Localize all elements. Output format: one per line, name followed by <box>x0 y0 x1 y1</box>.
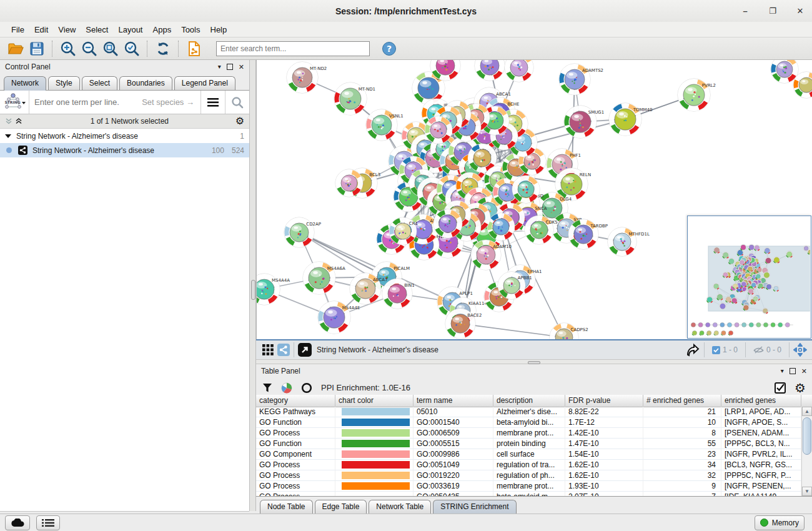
scroll-thumb[interactable] <box>803 417 811 455</box>
network-node[interactable]: MT-ND1 <box>334 82 375 115</box>
table-row[interactable]: KEGG Pathways05010Alzheimer's dise...8.8… <box>256 407 801 417</box>
tab-legend-panel[interactable]: Legend Panel <box>174 76 235 90</box>
network-options-gear-icon[interactable]: ⚙ <box>235 116 244 126</box>
table-panel-float-icon[interactable] <box>790 368 796 374</box>
navigator-minimap[interactable] <box>688 216 810 337</box>
network-node[interactable]: CDK5 <box>525 216 558 244</box>
tab-boundaries[interactable]: Boundaries <box>119 76 172 90</box>
table-row[interactable]: GO ProcessGO:0050435beta-amyloid m...2.0… <box>256 492 801 496</box>
table-panel-menu-icon[interactable]: ▾ <box>781 368 784 374</box>
navigator-compass-icon[interactable] <box>793 343 807 357</box>
tab-network-table[interactable]: Network Table <box>369 500 431 514</box>
zoom-selected-icon[interactable] <box>121 39 142 58</box>
tab-select[interactable]: Select <box>82 76 117 90</box>
tab-node-table[interactable]: Node Table <box>260 500 313 514</box>
menu-apps[interactable]: Apps <box>148 24 177 36</box>
network-node[interactable]: CADPS2 <box>550 323 588 339</box>
memory-button[interactable]: Memory <box>755 515 805 530</box>
save-icon[interactable] <box>26 39 47 58</box>
panel-float-icon[interactable] <box>227 64 233 70</box>
column-header-FDR-p-value[interactable]: FDR p-value <box>565 395 643 407</box>
zoom-in-icon[interactable] <box>57 39 79 58</box>
table-row[interactable]: GO FunctionGO:0001540beta-amyloid bi...1… <box>256 417 801 428</box>
table-row[interactable]: GO ProcessGO:0033619membrane prot...1.93… <box>256 481 801 492</box>
minimize-button[interactable]: – <box>740 6 751 17</box>
splitter-grip[interactable] <box>251 280 255 300</box>
panel-close-icon[interactable]: ✕ <box>239 64 244 71</box>
share-view-icon[interactable] <box>277 344 290 356</box>
menu-view[interactable]: View <box>53 24 81 36</box>
zoom-fit-icon[interactable] <box>100 39 121 58</box>
network-node[interactable] <box>512 176 540 203</box>
network-node[interactable]: MT-ND2 <box>287 62 327 93</box>
checkbox-checked-icon[interactable] <box>775 382 786 394</box>
zoom-out-icon[interactable] <box>79 39 100 58</box>
table-row[interactable]: GO ProcessGO:0019220regulation of ph...1… <box>256 470 801 481</box>
tab-style[interactable]: Style <box>48 76 80 90</box>
import-network-icon[interactable] <box>184 39 205 58</box>
menu-select[interactable]: Select <box>81 24 113 36</box>
column-header-chart-color[interactable]: chart color <box>335 395 413 407</box>
column-header-description[interactable]: description <box>493 395 565 407</box>
cloud-button[interactable] <box>5 515 30 530</box>
table-row[interactable]: GO FunctionGO:0005515protein binding1.47… <box>256 439 801 449</box>
network-collection-row[interactable]: String Network - Alzheimer's disease 1 <box>0 129 249 143</box>
pie-chart-icon[interactable] <box>281 382 292 394</box>
collapse-expand-icons[interactable] <box>5 117 24 125</box>
help-icon[interactable]: ? <box>379 39 400 58</box>
network-node[interactable] <box>505 60 533 82</box>
string-menu-icon[interactable] <box>201 91 225 114</box>
scroll-up-icon[interactable]: ▲ <box>802 407 812 416</box>
task-list-button[interactable] <box>36 515 60 530</box>
string-query-input[interactable] <box>29 97 201 107</box>
settings-gear-icon[interactable]: ⚙ <box>795 382 806 394</box>
table-scrollbar[interactable]: ▲ ▼ <box>801 407 812 496</box>
scroll-down-icon[interactable]: ▼ <box>802 487 812 496</box>
network-node[interactable]: VSNL1 <box>366 109 404 141</box>
network-node[interactable]: TARDBP <box>568 219 608 249</box>
panel-splitter[interactable] <box>250 60 256 511</box>
panel-menu-icon[interactable]: ▾ <box>218 64 221 70</box>
open-in-window-icon[interactable] <box>298 343 312 357</box>
tab-string-enrichment[interactable]: STRING Enrichment <box>433 500 516 514</box>
network-edge[interactable] <box>460 324 564 337</box>
network-node[interactable]: TOMM40 <box>609 103 653 136</box>
grid-icon[interactable] <box>262 344 274 355</box>
network-row-selected[interactable]: String Network - Alzheimer's disease 100… <box>0 143 249 157</box>
refresh-icon[interactable] <box>152 39 174 58</box>
menu-tools[interactable]: Tools <box>176 24 205 36</box>
menu-edit[interactable]: Edit <box>29 24 53 36</box>
network-node[interactable]: BIN1 <box>382 279 415 309</box>
maximize-button[interactable]: ❐ <box>767 6 778 17</box>
network-node[interactable] <box>425 116 452 144</box>
network-node[interactable]: PVRL2 <box>678 79 716 111</box>
network-node[interactable]: MTHFD1L <box>608 227 650 256</box>
menu-file[interactable]: File <box>6 24 29 36</box>
table-panel-close-icon[interactable]: ✕ <box>801 368 807 375</box>
network-node[interactable] <box>335 169 363 197</box>
menu-layout[interactable]: Layout <box>113 24 147 36</box>
column-header-category[interactable]: category <box>256 395 335 407</box>
network-node[interactable]: MS4A4E <box>318 301 360 334</box>
table-row[interactable]: GO ProcessGO:0051049regulation of tra...… <box>256 460 801 470</box>
column-header-term-name[interactable]: term name <box>413 395 493 407</box>
collapse-triangle-icon[interactable] <box>5 134 11 139</box>
network-node[interactable]: MS4A4A <box>257 274 290 305</box>
birds-eye-navigator[interactable] <box>687 216 811 339</box>
horizontal-splitter[interactable] <box>256 359 812 364</box>
string-logo[interactable]: STRING <box>0 91 29 114</box>
table-row[interactable]: GO ProcessGO:0006509membrane prot...1.42… <box>256 428 801 439</box>
network-canvas[interactable]: MT-ND2MT-ND1VSNL1GAB2ADAMTS2PVRL2TOMM40S… <box>256 60 812 339</box>
tab-network[interactable]: Network <box>4 76 46 91</box>
export-network-icon[interactable] <box>685 342 700 357</box>
open-folder-icon[interactable] <box>5 39 26 58</box>
filter-funnel-icon[interactable] <box>262 383 272 393</box>
network-node[interactable] <box>433 209 462 238</box>
menu-help[interactable]: Help <box>205 24 232 36</box>
network-node[interactable]: SMUG1 <box>564 106 604 138</box>
tab-edge-table[interactable]: Edge Table <box>315 500 367 514</box>
network-node[interactable] <box>487 213 515 241</box>
string-search-icon[interactable] <box>225 91 249 114</box>
search-input[interactable] <box>216 41 370 56</box>
table-row[interactable]: GO ComponentGO:0009986cell surface1.54E-… <box>256 449 801 460</box>
